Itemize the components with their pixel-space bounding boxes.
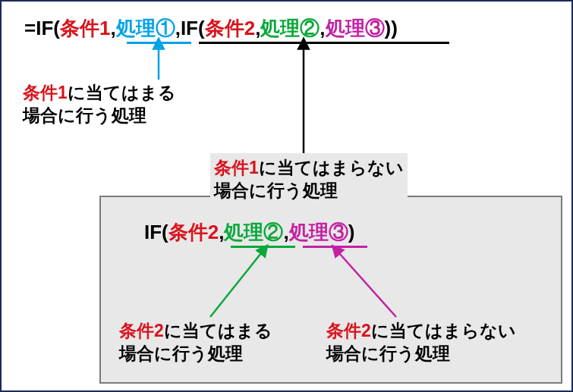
cond2: 条件2	[168, 221, 219, 243]
comma-if: ,IF(	[175, 17, 205, 39]
underline-proc1	[127, 42, 191, 44]
caption-proc1: 条件1に当てはまる 場合に行う処理	[23, 82, 176, 127]
proc2: 処理②	[260, 17, 320, 39]
top-formula: =IF(条件1,処理①,IF(条件2,処理②,処理③))	[24, 15, 398, 42]
underline-proc3	[303, 246, 367, 248]
txt: に当てはまらない	[259, 158, 404, 177]
underline-nested-if	[199, 42, 449, 44]
emph: 条件2	[326, 321, 371, 340]
txt: =IF(	[24, 17, 60, 39]
inner-formula: IF(条件2,処理②,処理③)	[144, 219, 354, 246]
txt: 場合に行う処理	[23, 105, 146, 125]
txt: に当てはまらない	[371, 321, 516, 340]
close: )	[348, 221, 355, 243]
caption-nested: 条件1に当てはまらない 場合に行う処理	[214, 157, 404, 202]
txt: に当てはまる	[164, 321, 272, 340]
txt: 場合に行う処理	[326, 343, 450, 363]
emph: 条件1	[23, 83, 68, 102]
cond2: 条件2	[205, 17, 255, 39]
emph: 条件2	[119, 321, 164, 340]
comma: ,	[110, 17, 115, 39]
caption-proc3: 条件2に当てはまらない 場合に行う処理	[326, 320, 516, 365]
proc2: 処理②	[224, 221, 283, 243]
proc3: 処理③	[326, 17, 385, 39]
emph: 条件1	[214, 158, 259, 177]
proc1: 処理①	[116, 17, 175, 39]
if: IF(	[144, 221, 168, 243]
comma: ,	[320, 17, 325, 39]
txt: 場合に行う処理	[119, 343, 243, 363]
comma: ,	[283, 221, 288, 243]
underline-proc2	[231, 246, 295, 248]
txt: 場合に行う処理	[214, 180, 338, 200]
close: ))	[385, 17, 398, 39]
cond1: 条件1	[60, 17, 110, 39]
txt: に当てはまる	[68, 83, 176, 102]
caption-proc2: 条件2に当てはまる 場合に行う処理	[119, 320, 272, 365]
proc3: 処理③	[289, 221, 348, 243]
